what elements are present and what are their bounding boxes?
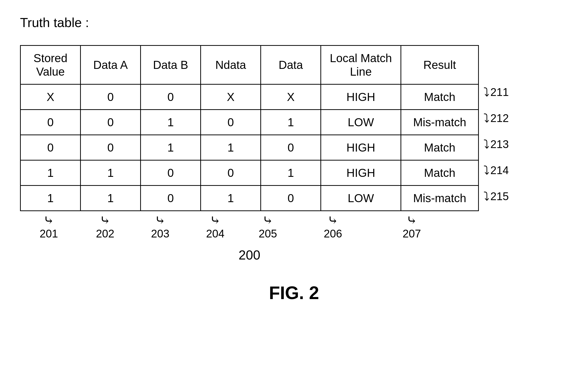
cell-result: Mis-match — [401, 186, 479, 211]
cell-stored-value: 0 — [21, 135, 81, 160]
table-row: 0 0 1 0 1 LOW Mis-match — [21, 110, 479, 135]
cell-result: Match — [401, 84, 479, 110]
cell-stored-value: 0 — [21, 110, 81, 135]
cell-data: 1 — [261, 110, 321, 135]
squiggle-214: ⤵ — [483, 164, 489, 177]
page-title: Truth table : — [20, 15, 568, 30]
cell-data-a: 1 — [81, 186, 141, 211]
squiggle-213: ⤵ — [483, 138, 489, 151]
header-data: Data — [261, 46, 321, 84]
col-label-204: ⤷ 204 — [188, 213, 243, 240]
header-data-b: Data B — [141, 46, 201, 84]
header-result: Result — [401, 46, 479, 84]
cell-ndata: X — [201, 84, 261, 110]
squiggle-212: ⤵ — [483, 111, 489, 125]
cell-lml: HIGH — [321, 160, 401, 186]
cell-data: X — [261, 84, 321, 110]
cell-lml: LOW — [321, 110, 401, 135]
table-number: 200 — [20, 247, 479, 263]
table-row: X 0 0 X X HIGH Match — [21, 84, 479, 110]
col-number-206: 206 — [324, 227, 342, 240]
squiggle-201: ⤷ — [43, 213, 54, 227]
col-number-203: 203 — [151, 227, 169, 240]
table-row: 1 1 0 0 1 HIGH Match — [21, 160, 479, 186]
table-row: 0 0 1 1 0 HIGH Match — [21, 135, 479, 160]
truth-table: StoredValue Data A Data B Ndata Data Loc… — [20, 45, 479, 211]
cell-result: Mis-match — [401, 110, 479, 135]
cell-data-a: 0 — [81, 135, 141, 160]
squiggle-205: ⤷ — [262, 213, 273, 227]
cell-data-a: 0 — [81, 110, 141, 135]
header-ndata: Ndata — [201, 46, 261, 84]
cell-lml: HIGH — [321, 135, 401, 160]
col-number-207: 207 — [403, 227, 421, 240]
col-label-203: ⤷ 203 — [133, 213, 188, 240]
row-label-213: 213 — [490, 138, 509, 151]
cell-result: Match — [401, 135, 479, 160]
row-annotation-212: ⤵ 212 — [483, 105, 509, 131]
row-label-211: 211 — [490, 86, 509, 98]
row-label-214: 214 — [490, 164, 509, 177]
squiggle-203: ⤷ — [155, 213, 166, 227]
header-data-a: Data A — [81, 46, 141, 84]
cell-stored-value: X — [21, 84, 81, 110]
cell-data-b: 0 — [141, 160, 201, 186]
header-stored-value: StoredValue — [21, 46, 81, 84]
cell-stored-value: 1 — [21, 186, 81, 211]
cell-data-b: 1 — [141, 110, 201, 135]
row-annotation-213: ⤵ 213 — [483, 131, 509, 157]
col-label-206: ⤷ 206 — [293, 213, 373, 240]
cell-data-b: 0 — [141, 186, 201, 211]
col-number-204: 204 — [206, 227, 224, 240]
cell-lml: HIGH — [321, 84, 401, 110]
col-label-205: ⤷ 205 — [243, 213, 293, 240]
cell-result: Match — [401, 160, 479, 186]
row-annotation-215: ⤵ 215 — [483, 183, 509, 209]
col-number-205: 205 — [259, 227, 277, 240]
table-row: 1 1 0 1 0 LOW Mis-match — [21, 186, 479, 211]
col-number-202: 202 — [96, 227, 114, 240]
squiggle-204: ⤷ — [210, 213, 221, 227]
cell-ndata: 1 — [201, 135, 261, 160]
col-label-202: ⤷ 202 — [78, 213, 133, 240]
cell-data-a: 1 — [81, 160, 141, 186]
col-number-201: 201 — [40, 227, 58, 240]
cell-data: 0 — [261, 186, 321, 211]
cell-data: 0 — [261, 135, 321, 160]
cell-data-b: 1 — [141, 135, 201, 160]
row-annotation-211: ⤵ 211 — [483, 79, 509, 105]
row-label-212: 212 — [490, 112, 509, 124]
cell-stored-value: 1 — [21, 160, 81, 186]
header-local-match-line: Local MatchLine — [321, 46, 401, 84]
squiggle-206: ⤷ — [327, 213, 338, 227]
squiggle-207: ⤷ — [406, 213, 417, 227]
cell-ndata: 0 — [201, 110, 261, 135]
squiggle-202: ⤷ — [100, 213, 111, 227]
squiggle-211: ⤵ — [483, 85, 489, 99]
cell-data-b: 0 — [141, 84, 201, 110]
row-label-215: 215 — [490, 190, 509, 203]
figure-label: FIG. 2 — [20, 283, 568, 303]
col-label-201: ⤷ 201 — [20, 213, 78, 240]
row-annotation-214: ⤵ 214 — [483, 157, 509, 183]
cell-data-a: 0 — [81, 84, 141, 110]
cell-ndata: 1 — [201, 186, 261, 211]
cell-lml: LOW — [321, 186, 401, 211]
cell-data: 1 — [261, 160, 321, 186]
cell-ndata: 0 — [201, 160, 261, 186]
squiggle-215: ⤵ — [483, 190, 489, 203]
col-label-207: ⤷ 207 — [373, 213, 451, 240]
